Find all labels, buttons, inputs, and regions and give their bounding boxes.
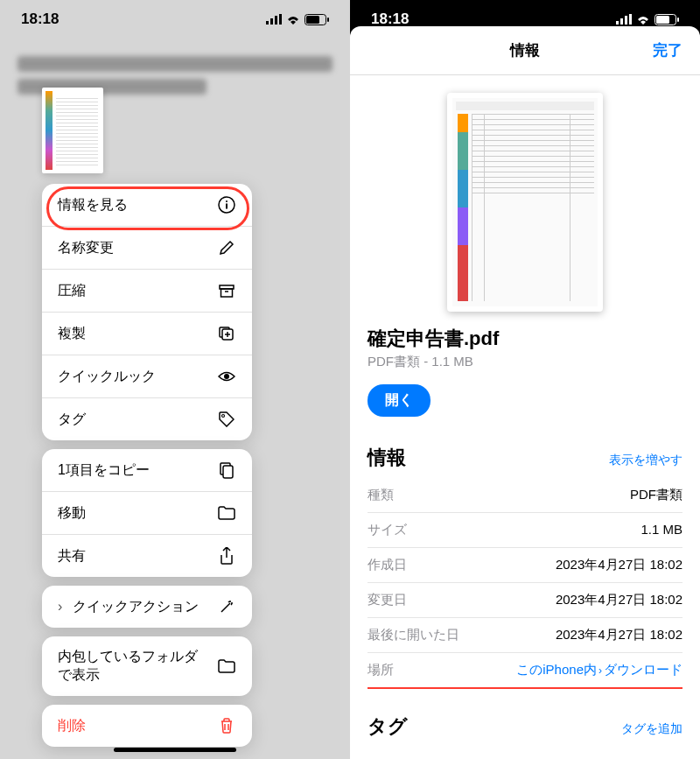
sheet-title: 情報	[350, 40, 700, 60]
battery-icon	[304, 14, 329, 25]
file-subtitle: PDF書類 - 1.1 MB	[368, 354, 682, 370]
svg-rect-20	[620, 18, 623, 25]
info-label: 最後に開いた日	[368, 627, 459, 643]
status-icons	[266, 14, 329, 25]
chevron-right-icon: ›	[598, 664, 602, 677]
svg-rect-25	[677, 18, 679, 22]
svg-rect-11	[221, 289, 233, 297]
menu-item-quick-actions[interactable]: › クイックアクション	[42, 586, 252, 628]
info-sheet: 情報 完了 確定申告書.pdf PDF書類 - 1.1 MB 開く 情報	[350, 26, 700, 747]
svg-point-8	[226, 200, 228, 202]
pencil-icon	[217, 238, 236, 257]
folder-icon	[217, 657, 236, 676]
menu-item-info[interactable]: 情報を見る	[42, 184, 252, 227]
eye-icon	[217, 367, 236, 386]
duplicate-icon	[217, 324, 236, 343]
file-thumbnail-large[interactable]	[447, 93, 603, 312]
menu-label: 移動	[58, 504, 86, 523]
show-more-link[interactable]: 表示を増やす	[609, 453, 682, 468]
svg-rect-19	[616, 21, 619, 25]
info-row-created: 作成日 2023年4月27日 18:02	[368, 548, 682, 583]
location-root: このiPhone内	[516, 662, 597, 678]
info-icon	[217, 195, 236, 214]
info-row-location[interactable]: 場所 このiPhone内 › ダウンロード	[368, 653, 682, 688]
info-row-kind: 種類 PDF書類	[368, 478, 682, 513]
menu-item-show-in-folder[interactable]: 内包しているフォルダで表示	[42, 636, 252, 696]
context-menu: 情報を見る 名称変更 圧縮 複製 クイックルック	[42, 184, 252, 755]
location-leaf: ダウンロード	[604, 662, 682, 678]
trash-icon	[217, 716, 236, 735]
info-section: 情報 表示を増やす 種類 PDF書類 サイズ 1.1 MB 作成日 2023年4…	[350, 434, 700, 747]
svg-rect-24	[656, 16, 669, 24]
wifi-icon	[285, 14, 301, 25]
svg-rect-5	[306, 16, 319, 24]
screen-file-info: 18:18 情報 完了 確定申告書.pdf	[350, 0, 700, 759]
menu-item-rename[interactable]: 名称変更	[42, 227, 252, 270]
info-label: 場所	[368, 662, 394, 678]
menu-label: 圧縮	[58, 282, 86, 300]
menu-group-2: 1項目をコピー 移動 共有	[42, 449, 252, 577]
folder-icon	[217, 503, 236, 523]
status-time: 18:18	[371, 11, 409, 28]
status-bar: 18:18	[0, 0, 350, 39]
section-header-tags: タグ タグを追加	[368, 703, 682, 747]
svg-rect-3	[279, 14, 282, 25]
svg-rect-18	[223, 466, 233, 478]
svg-rect-2	[275, 16, 277, 25]
location-path[interactable]: このiPhone内 › ダウンロード	[516, 662, 682, 678]
section-title: タグ	[368, 713, 408, 740]
menu-label: 内包しているフォルダで表示	[58, 648, 206, 685]
info-row-size: サイズ 1.1 MB	[368, 513, 682, 548]
menu-item-tags[interactable]: タグ	[42, 398, 252, 440]
copy-icon	[217, 460, 236, 480]
screen-context-menu: 18:18 情報を見る	[0, 0, 350, 759]
done-button[interactable]: 完了	[653, 40, 682, 60]
menu-group-5: 削除	[42, 705, 252, 747]
svg-rect-6	[327, 18, 329, 22]
info-label: 種類	[368, 487, 394, 503]
svg-rect-9	[226, 204, 228, 209]
menu-item-duplicate[interactable]: 複製	[42, 313, 252, 355]
section-title: 情報	[368, 445, 406, 471]
file-thumbnail[interactable]	[42, 88, 103, 173]
menu-item-move[interactable]: 移動	[42, 492, 252, 535]
status-time: 18:18	[21, 11, 59, 28]
menu-item-share[interactable]: 共有	[42, 535, 252, 577]
menu-label: 共有	[58, 547, 86, 566]
file-preview: 確定申告書.pdf PDF書類 - 1.1 MB 開く	[350, 75, 700, 434]
svg-point-16	[224, 374, 229, 379]
wand-icon	[217, 597, 236, 616]
info-value: 1.1 MB	[640, 522, 682, 538]
section-header-info: 情報 表示を増やす	[368, 434, 682, 478]
menu-label: タグ	[58, 411, 86, 429]
menu-group-1: 情報を見る 名称変更 圧縮 複製 クイックルック	[42, 184, 252, 440]
menu-group-3: › クイックアクション	[42, 586, 252, 628]
menu-label: クイックルック	[58, 368, 156, 386]
menu-label: 情報を見る	[58, 196, 128, 214]
annotation-underline	[368, 687, 682, 689]
archive-icon	[217, 281, 236, 300]
info-value: 2023年4月27日 18:02	[556, 627, 682, 643]
menu-label: 1項目をコピー	[58, 461, 150, 480]
tag-icon	[217, 410, 236, 429]
svg-rect-21	[625, 16, 627, 25]
info-row-modified: 変更日 2023年4月27日 18:02	[368, 583, 682, 618]
open-button[interactable]: 開く	[368, 384, 430, 417]
info-label: 変更日	[368, 592, 407, 608]
menu-item-quicklook[interactable]: クイックルック	[42, 355, 252, 398]
menu-item-compress[interactable]: 圧縮	[42, 270, 252, 313]
battery-icon	[654, 14, 679, 25]
menu-item-copy[interactable]: 1項目をコピー	[42, 449, 252, 492]
home-indicator	[114, 748, 236, 752]
chevron-right-icon: ›	[58, 599, 62, 615]
menu-group-4: 内包しているフォルダで表示	[42, 636, 252, 696]
svg-rect-22	[629, 14, 632, 25]
info-row-opened: 最後に開いた日 2023年4月27日 18:02	[368, 618, 682, 653]
info-value: PDF書類	[630, 487, 682, 503]
svg-rect-0	[266, 21, 269, 25]
share-icon	[217, 546, 236, 566]
info-value: 2023年4月27日 18:02	[556, 557, 682, 573]
add-tag-link[interactable]: タグを追加	[621, 721, 682, 737]
menu-item-delete[interactable]: 削除	[42, 705, 252, 747]
file-name: 確定申告書.pdf	[368, 326, 682, 352]
